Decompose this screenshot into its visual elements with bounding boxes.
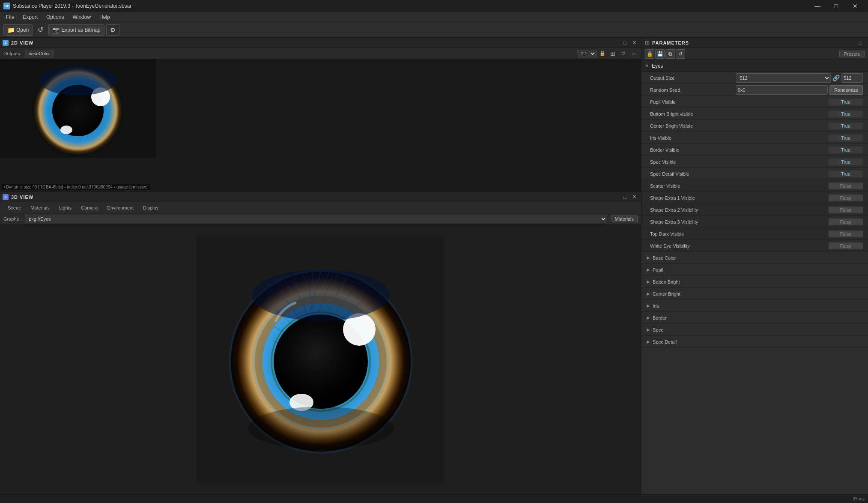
- group-pupil[interactable]: ▶ Pupil: [641, 264, 868, 276]
- param-spec-visible-value: True: [829, 159, 863, 165]
- outputs-value[interactable]: baseColor: [25, 50, 54, 57]
- param-buttom-bright-value: True: [829, 111, 863, 117]
- param-pupil-visible[interactable]: Pupil Visible True: [641, 96, 868, 108]
- random-seed-input[interactable]: [736, 85, 828, 95]
- menu-window[interactable]: Window: [68, 12, 95, 22]
- nav-scene[interactable]: Scene: [3, 204, 25, 211]
- menu-options[interactable]: Options: [42, 12, 68, 22]
- export-bitmap-button[interactable]: 📷 Export as Bitmap: [48, 24, 104, 36]
- size-link-icon[interactable]: 🔗: [832, 75, 840, 81]
- view-2d-close[interactable]: ✕: [630, 39, 638, 47]
- nav-3d: Scene Materials Lights Camera Environmen…: [0, 202, 641, 213]
- params-copy-btn[interactable]: ⧉: [665, 49, 675, 59]
- pupil-chevron: ▶: [647, 267, 650, 272]
- params-save-btn[interactable]: 💾: [655, 49, 665, 59]
- presets-button[interactable]: Presets: [839, 51, 865, 57]
- eyes-section-header[interactable]: ▼ Eyes: [641, 60, 868, 72]
- group-base-color[interactable]: ▶ Base Color: [641, 252, 868, 264]
- view-2d-fit[interactable]: ⊞: [608, 49, 617, 58]
- nav-lights[interactable]: Lights: [55, 204, 76, 211]
- svg-point-77: [252, 269, 389, 321]
- view-2d-reset[interactable]: ⌂: [629, 49, 638, 58]
- nav-display[interactable]: Display: [139, 204, 163, 211]
- view-2d-refresh[interactable]: ↺: [619, 49, 627, 58]
- view-2d-expand[interactable]: □: [620, 39, 629, 47]
- svg-point-17: [39, 66, 116, 96]
- titlebar: SP Substance Player 2019.3 - ToonEyeGene…: [0, 0, 868, 12]
- group-center-bright[interactable]: ▶ Center Bright: [641, 288, 868, 300]
- output-size-select[interactable]: 512 256 1024 2048: [736, 73, 831, 83]
- param-top-dark-visible[interactable]: Top Dark Visible False: [641, 228, 868, 240]
- menu-export[interactable]: Export: [18, 12, 42, 22]
- params-reset-btn[interactable]: ↺: [676, 49, 685, 59]
- group-spec[interactable]: ▶ Spec: [641, 324, 868, 336]
- view-2d-lock[interactable]: 🔒: [598, 49, 607, 58]
- center-bright-chevron: ▶: [647, 291, 650, 296]
- menu-file[interactable]: File: [2, 12, 18, 22]
- export-label: Export as Bitmap: [61, 27, 100, 33]
- spec-chevron: ▶: [647, 327, 650, 332]
- views-area: 2 2D VIEW □ ✕ Outputs: baseColor 1:1 1:2…: [0, 38, 641, 494]
- group-button-bright[interactable]: ▶ Button Bright: [641, 276, 868, 288]
- dynamic-info: <Dynamic size:^0 [RGBA-8bits] - index:0 …: [2, 184, 150, 190]
- nav-environment[interactable]: Environment: [103, 204, 138, 211]
- nav-camera[interactable]: Camera: [77, 204, 102, 211]
- reload-icon: ↺: [38, 26, 43, 34]
- random-seed-row: Random Seed Randomize: [641, 84, 868, 96]
- iris-label: Iris: [653, 303, 659, 308]
- app-icon: SP: [3, 3, 10, 9]
- iris-chevron: ▶: [647, 303, 650, 308]
- zoom-select[interactable]: 1:1 1:2 2:1: [577, 50, 597, 57]
- group-border[interactable]: ▶ Border: [641, 312, 868, 324]
- param-scatter-visible[interactable]: Scatter Visible False: [641, 180, 868, 192]
- open-button[interactable]: 📁 Open: [3, 24, 33, 36]
- param-center-bright-visible[interactable]: Center Bright Visible True: [641, 120, 868, 132]
- graphs-select[interactable]: pkg://Eyes: [25, 215, 607, 223]
- param-shape-extra3-visibility[interactable]: Shape Extra 3 Visibility False: [641, 216, 868, 228]
- base-color-label: Base Color: [653, 255, 676, 260]
- nav-materials[interactable]: Materials: [26, 204, 54, 211]
- svg-point-16: [60, 126, 72, 134]
- param-spec-detail-visible[interactable]: Spec Detail Visible True: [641, 168, 868, 180]
- output-size-input[interactable]: [841, 73, 863, 83]
- param-spec-detail-visible-label: Spec Detail Visible: [650, 171, 736, 177]
- view-3d-close[interactable]: ✕: [630, 193, 638, 201]
- outputs-bar: Outputs: baseColor 1:1 1:2 2:1 🔒 ⊞ ↺ ⌂: [0, 48, 641, 59]
- spec-detail-label: Spec Detail: [653, 339, 677, 344]
- params-expand[interactable]: □: [856, 39, 865, 47]
- group-iris[interactable]: ▶ Iris: [641, 300, 868, 312]
- open-icon: 📁: [7, 27, 15, 33]
- maximize-button[interactable]: □: [827, 0, 846, 12]
- output-size-controls: 512 256 1024 2048 🔗: [736, 73, 863, 83]
- menubar: File Export Options Window Help: [0, 12, 868, 22]
- param-border-visible[interactable]: Border Visible True: [641, 144, 868, 156]
- param-shape-extra2-visibility[interactable]: Shape Extra 2 Visibility False: [641, 204, 868, 216]
- materials-button[interactable]: Materials: [611, 216, 638, 222]
- param-shape-extra1-visible[interactable]: Shape Extra 1 Visible False: [641, 192, 868, 204]
- graphs-bar: Graphs : pkg://Eyes Materials: [0, 213, 641, 225]
- random-seed-controls: Randomize: [736, 85, 863, 95]
- randomize-button[interactable]: Randomize: [829, 85, 863, 95]
- param-iris-visible[interactable]: Iris Visible True: [641, 132, 868, 144]
- param-buttom-bright-visible[interactable]: Buttom Bright visible True: [641, 108, 868, 120]
- menu-help[interactable]: Help: [95, 12, 114, 22]
- zoom-control: 1:1 1:2 2:1 🔒 ⊞ ↺ ⌂: [577, 49, 638, 58]
- settings-button[interactable]: ⚙: [106, 24, 119, 36]
- titlebar-title: Substance Player 2019.3 - ToonEyeGenerat…: [13, 3, 131, 9]
- canvas-2d: <Dynamic size:^0 [RGBA-8bits] - index:0 …: [0, 59, 641, 192]
- close-button[interactable]: ✕: [846, 0, 865, 12]
- params-lock-btn[interactable]: 🔒: [645, 49, 654, 59]
- minimize-button[interactable]: —: [808, 0, 827, 12]
- param-iris-visible-label: Iris Visible: [650, 135, 736, 141]
- param-white-eye-visibility[interactable]: White Eye Visibility False: [641, 240, 868, 252]
- group-spec-detail[interactable]: ▶ Spec Detail: [641, 336, 868, 348]
- view-3d-expand[interactable]: □: [620, 193, 629, 201]
- center-bright-label: Center Bright: [653, 291, 680, 296]
- param-spec-visible[interactable]: Spec Visible True: [641, 156, 868, 168]
- eye-3d-svg: [197, 235, 445, 484]
- params-toolbar: 🔒 💾 ⧉ ↺ Presets: [641, 48, 868, 60]
- reload-button[interactable]: ↺: [34, 24, 47, 36]
- open-label: Open: [16, 27, 29, 33]
- eye-2d-svg: [0, 59, 156, 158]
- button-bright-label: Button Bright: [653, 279, 680, 284]
